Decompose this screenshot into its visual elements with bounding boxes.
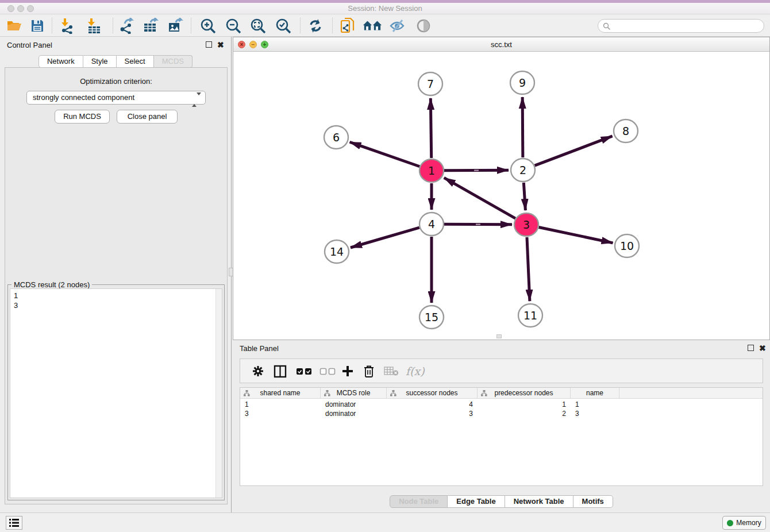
network-window-title: scc.txt bbox=[233, 40, 769, 49]
run-mcds-button[interactable]: Run MCDS bbox=[55, 110, 110, 124]
table-panel-title: Table Panel bbox=[240, 344, 279, 353]
edge-1-7[interactable] bbox=[430, 98, 431, 158]
graph-node-3[interactable]: 3 bbox=[514, 213, 538, 236]
float-table-panel-icon[interactable] bbox=[748, 345, 754, 351]
main-toolbar bbox=[0, 14, 770, 37]
cell-MCDS-role[interactable]: dominator bbox=[321, 400, 387, 409]
cell-successor-nodes[interactable]: 3 bbox=[387, 409, 478, 418]
graph-node-11[interactable]: 11 bbox=[518, 304, 542, 327]
deselect-all-checkboxes-icon[interactable] bbox=[319, 363, 336, 380]
graph-node-10[interactable]: 10 bbox=[615, 234, 639, 257]
delete-column-icon[interactable] bbox=[363, 363, 375, 380]
open-session-icon[interactable] bbox=[5, 17, 24, 35]
import-network-icon[interactable] bbox=[57, 17, 77, 35]
select-all-checkboxes-icon[interactable] bbox=[296, 363, 312, 380]
node-label: 11 bbox=[523, 309, 537, 322]
cell-name[interactable]: 1 bbox=[571, 400, 619, 409]
memory-label: Memory bbox=[736, 519, 761, 527]
task-history-button[interactable] bbox=[6, 516, 22, 530]
table-row[interactable]: 3dominator323 bbox=[240, 409, 763, 418]
import-table-icon[interactable] bbox=[84, 17, 103, 35]
column-header-MCDS-role[interactable]: MCDS role bbox=[321, 388, 387, 399]
search-input[interactable] bbox=[613, 21, 760, 31]
cell-predecessor-nodes[interactable]: 2 bbox=[478, 409, 571, 418]
graph-node-6[interactable]: 6 bbox=[324, 126, 348, 149]
edge-2-8[interactable] bbox=[535, 136, 613, 165]
tab-mcds[interactable]: MCDS bbox=[154, 55, 192, 68]
column-header-successor-nodes[interactable]: successor nodes bbox=[387, 388, 478, 399]
graph-node-14[interactable]: 14 bbox=[325, 240, 349, 263]
hide-selected-icon[interactable] bbox=[388, 17, 407, 35]
status-bar: Memory bbox=[0, 512, 770, 532]
graph-node-2[interactable]: 2 bbox=[511, 159, 535, 182]
tab-network[interactable]: Network bbox=[38, 55, 83, 68]
edge-3-1[interactable] bbox=[444, 178, 515, 218]
search-box bbox=[598, 19, 764, 33]
cell-shared-name[interactable]: 3 bbox=[240, 409, 321, 418]
edge-2-3[interactable] bbox=[523, 183, 525, 210]
zoom-selected-icon[interactable] bbox=[274, 17, 293, 35]
mcds-result-scrollbar[interactable] bbox=[215, 289, 222, 498]
graph-node-4[interactable]: 4 bbox=[419, 213, 444, 236]
cell-predecessor-nodes[interactable]: 1 bbox=[478, 400, 571, 409]
graph-node-1[interactable]: 1 bbox=[419, 159, 444, 182]
cell-name[interactable]: 3 bbox=[571, 409, 619, 418]
tab-node-table[interactable]: Node Table bbox=[390, 495, 448, 508]
network-canvas[interactable]: 7968124314101511 bbox=[233, 52, 769, 336]
tab-edge-table[interactable]: Edge Table bbox=[448, 495, 505, 508]
edge-2-9[interactable] bbox=[522, 97, 523, 157]
settings-gear-icon[interactable] bbox=[252, 363, 264, 380]
close-panel-button[interactable]: Close panel bbox=[117, 110, 178, 124]
graph-node-9[interactable]: 9 bbox=[510, 71, 534, 94]
float-panel-icon[interactable] bbox=[206, 41, 212, 48]
table-panel-header: Table Panel ✖ bbox=[233, 340, 770, 355]
toolbar-separator bbox=[191, 18, 191, 33]
tab-network-table[interactable]: Network Table bbox=[505, 495, 573, 508]
memory-button[interactable]: Memory bbox=[722, 516, 766, 530]
add-column-icon[interactable] bbox=[341, 363, 354, 380]
network-window-titlebar[interactable]: × − + scc.txt bbox=[233, 37, 769, 52]
zoom-in-icon[interactable] bbox=[198, 17, 218, 35]
save-session-icon[interactable] bbox=[28, 17, 47, 35]
zoom-out-icon[interactable] bbox=[224, 17, 243, 35]
clone-network-icon[interactable] bbox=[338, 17, 357, 35]
close-panel-icon[interactable]: ✖ bbox=[217, 41, 224, 48]
control-panel: Control Panel ✖ NetworkStyleSelectMCDS O… bbox=[0, 37, 232, 512]
node-label: 1 bbox=[428, 164, 435, 177]
export-image-icon[interactable] bbox=[165, 17, 185, 35]
tab-select[interactable]: Select bbox=[117, 55, 154, 68]
column-header-shared-name[interactable]: shared name bbox=[240, 388, 321, 399]
close-table-panel-icon[interactable]: ✖ bbox=[759, 345, 766, 352]
node-label: 10 bbox=[620, 240, 634, 252]
network-view-window: × − + scc.txt 7968124314101511 bbox=[233, 37, 770, 340]
tab-motifs[interactable]: Motifs bbox=[573, 495, 613, 508]
cell-MCDS-role[interactable]: dominator bbox=[321, 409, 387, 418]
column-header-name[interactable]: name bbox=[571, 388, 619, 399]
show-column-icon[interactable] bbox=[274, 363, 287, 380]
cell-shared-name[interactable]: 1 bbox=[240, 400, 321, 409]
node-table[interactable]: shared nameMCDS rolesuccessor nodesprede… bbox=[240, 387, 763, 486]
graph-node-15[interactable]: 15 bbox=[419, 306, 444, 329]
edge-3-10[interactable] bbox=[539, 228, 613, 243]
first-neighbors-icon[interactable] bbox=[363, 17, 382, 35]
cell-successor-nodes[interactable]: 4 bbox=[387, 400, 478, 409]
node-label: 14 bbox=[330, 245, 344, 258]
column-hierarchy-icon bbox=[390, 390, 396, 396]
refresh-icon[interactable] bbox=[306, 17, 325, 35]
show-all-icon[interactable] bbox=[414, 17, 433, 35]
node-label: 15 bbox=[425, 311, 438, 323]
edge-3-11[interactable] bbox=[527, 237, 530, 301]
table-row[interactable]: 1dominator411 bbox=[240, 400, 763, 409]
edge-4-14[interactable] bbox=[351, 228, 419, 248]
control-panel-tabs: NetworkStyleSelectMCDS bbox=[0, 55, 231, 68]
export-table-icon[interactable] bbox=[141, 17, 160, 35]
zoom-fit-icon[interactable] bbox=[248, 17, 268, 35]
export-network-icon[interactable] bbox=[116, 17, 136, 35]
edge-1-6[interactable] bbox=[350, 142, 420, 166]
graph-node-7[interactable]: 7 bbox=[418, 72, 442, 95]
column-header-predecessor-nodes[interactable]: predecessor nodes bbox=[478, 388, 571, 399]
tab-style[interactable]: Style bbox=[83, 55, 117, 68]
optimization-criterion-select[interactable]: strongly connected component bbox=[26, 91, 206, 105]
graph-node-8[interactable]: 8 bbox=[614, 119, 638, 142]
horizontal-splitter-handle[interactable] bbox=[496, 334, 502, 338]
